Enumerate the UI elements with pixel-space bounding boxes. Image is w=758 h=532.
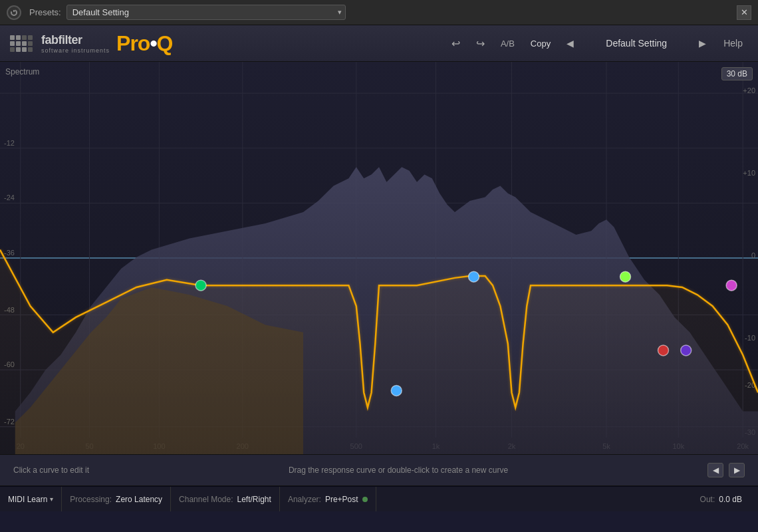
toolbar: ↩ ↪ A/B Copy ◀ Default Setting ▶ Help [447,35,748,53]
close-button[interactable]: ✕ [737,5,751,20]
midi-dropdown-icon: ▾ [50,495,53,503]
brand-block: fabfilter software instruments [41,33,110,54]
spectrum-label: Spectrum [5,67,39,76]
undo-button[interactable]: ↩ [447,35,464,53]
midi-learn-label: MIDI Learn [8,495,47,504]
power-button[interactable] [7,5,21,20]
preset-prev-button[interactable]: ◀ [563,35,578,51]
channel-label: Channel Mode: [179,495,233,504]
out-label: Out: [700,495,715,504]
eq-display[interactable]: Spectrum 30 dB [0,62,758,454]
analyzer-section: Analyzer: Pre+Post [280,487,376,511]
processing-section: Processing: Zero Latency [62,487,171,511]
processing-label: Processing: [70,495,112,504]
logo-area: fabfilter software instruments [10,33,110,54]
info-center-text: Drag the response curve or double-click … [289,466,508,475]
channel-mode-section: Channel Mode: Left/Right [171,487,280,511]
info-prev-button[interactable]: ◀ [707,463,723,477]
brand-name: fabfilter [41,33,82,47]
analyzer-value: Pre+Post [325,495,358,504]
eq-canvas[interactable] [0,62,758,454]
title-bar: Presets: Default Setting ▾ ✕ [0,0,758,25]
plugin-header: fabfilter software instruments Pro•Q ↩ ↪… [0,25,758,62]
status-bar: MIDI Learn ▾ Processing: Zero Latency Ch… [0,486,758,511]
midi-learn-section: MIDI Learn ▾ [8,487,62,511]
presets-label: Presets: [29,7,61,17]
logo-grid [10,35,33,52]
channel-value: Left/Right [237,495,271,504]
info-nav-buttons: ◀ ▶ [707,463,745,477]
preset-nav: ◀ Default Setting ▶ [563,35,710,51]
preset-next-button[interactable]: ▶ [695,35,710,51]
presets-select[interactable]: Default Setting [66,5,346,20]
analyzer-status-dot [362,497,368,502]
processing-value: Zero Latency [116,495,162,504]
help-button[interactable]: Help [718,35,748,51]
redo-button[interactable]: ↪ [472,35,489,53]
ab-button[interactable]: A/B [497,36,519,51]
copy-button[interactable]: Copy [527,36,555,51]
midi-learn-button[interactable]: MIDI Learn ▾ [8,495,53,504]
info-bar: Click a curve to edit it Drag the respon… [0,454,758,486]
preset-name: Default Setting [583,38,690,49]
info-next-button[interactable]: ▶ [729,463,745,477]
plugin-name: Pro•Q [116,31,172,56]
info-left-text: Click a curve to edit it [13,466,89,475]
out-value: 0.0 dB [719,495,742,504]
db-range-badge[interactable]: 30 dB [721,67,753,80]
presets-wrapper: Default Setting ▾ [66,5,346,20]
analyzer-label: Analyzer: [288,495,321,504]
brand-sub: software instruments [41,47,110,54]
output-section: Out: 0.0 dB [692,487,750,511]
